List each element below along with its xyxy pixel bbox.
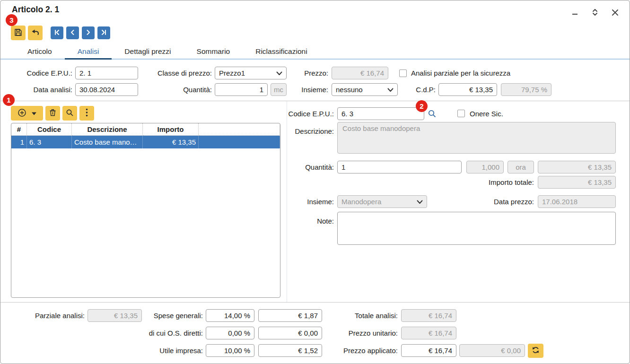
classe-prezzo-value: Prezzo1	[219, 69, 245, 77]
minimize-button[interactable]	[569, 6, 581, 18]
trash-icon	[49, 108, 57, 118]
col-empty	[199, 123, 280, 136]
more-options-button[interactable]	[79, 106, 94, 121]
detail-codice-epu-label: Codice E.P.U.:	[280, 107, 334, 120]
col-importo[interactable]: Importo	[143, 123, 199, 136]
detail-quantita-label: Quantità:	[280, 161, 334, 173]
tab-dettagli-prezzi[interactable]: Dettagli prezzi	[112, 45, 184, 59]
totale-analisi-field: € 16,74	[401, 309, 456, 322]
prezzo-field: € 16,74	[332, 67, 388, 79]
save-icon	[14, 28, 22, 38]
article-window: Articolo 2. 1 3 1 2	[0, 0, 630, 364]
tab-sommario[interactable]: Sommario	[184, 45, 243, 59]
tab-analisi[interactable]: Analisi	[65, 45, 112, 60]
recalculate-button[interactable]	[528, 344, 543, 358]
close-button[interactable]	[609, 6, 621, 18]
data-analisi-input[interactable]	[75, 83, 138, 96]
detail-insieme-value: Manodopera	[341, 198, 381, 206]
search-icon	[66, 109, 74, 118]
step-badge-2: 2	[416, 100, 428, 112]
detail-quantita-input[interactable]	[337, 161, 462, 173]
detail-quantita-norm-field: 1,000	[466, 161, 504, 173]
components-table: # Codice Descrizione Importo 1 6. 3 Cost…	[11, 123, 280, 298]
add-component-button[interactable]	[11, 106, 43, 121]
data-analisi-label: Data analisi:	[10, 83, 72, 96]
window-title: Articolo 2. 1	[12, 5, 59, 15]
first-record-button[interactable]	[51, 26, 63, 39]
totals-bar: Parziale analisi: € 13,35 Spese generali…	[0, 302, 630, 364]
data-prezzo-label: Data prezzo:	[455, 195, 534, 208]
analysis-area: # Codice Descrizione Importo 1 6. 3 Cost…	[0, 101, 630, 302]
prezzo-applicato-label: Prezzo applicato:	[326, 344, 398, 357]
table-header-row: # Codice Descrizione Importo	[11, 123, 280, 136]
last-record-icon	[100, 28, 108, 38]
caret-down-icon	[32, 110, 36, 117]
maximize-restore-button[interactable]	[589, 6, 601, 18]
tab-bar: Articolo Analisi Dettagli prezzi Sommari…	[0, 45, 630, 60]
col-descrizione[interactable]: Descrizione	[72, 123, 143, 136]
search-component-button[interactable]	[62, 106, 77, 121]
utile-impresa-percent-input[interactable]	[206, 344, 254, 357]
lookup-search-icon[interactable]	[428, 109, 437, 120]
prezzo-label: Prezzo:	[298, 67, 328, 79]
totale-analisi-label: Totale analisi:	[326, 309, 398, 322]
utile-impresa-amount-input[interactable]	[258, 344, 322, 357]
window-controls	[569, 6, 621, 18]
detail-codice-epu-input[interactable]	[337, 107, 424, 120]
detail-descrizione-field: Costo base manodopera	[337, 122, 616, 154]
analisi-parziale-checkbox[interactable]	[399, 69, 407, 77]
row-num: 1	[11, 136, 27, 148]
prezzo-applicato-input[interactable]	[401, 344, 456, 357]
first-record-icon	[53, 28, 61, 38]
col-num: #	[11, 123, 27, 136]
chevron-down-icon	[387, 86, 394, 94]
prezzo-unitario-field: € 16,74	[401, 327, 456, 339]
importo-totale-label: Importo totale:	[455, 176, 534, 189]
next-record-icon	[84, 28, 92, 38]
list-toolbar	[11, 106, 96, 121]
insieme-select[interactable]: nessuno	[332, 83, 398, 96]
main-toolbar	[11, 26, 113, 40]
row-codice: 6. 3	[27, 136, 72, 148]
os-diretti-label: di cui O.S. diretti:	[133, 327, 203, 339]
spese-generali-amount-input[interactable]	[258, 309, 322, 322]
classe-prezzo-label: Classe di prezzo:	[149, 67, 212, 79]
utile-impresa-label: Utile impresa:	[133, 344, 203, 357]
insieme-value: nessuno	[336, 86, 363, 94]
save-button[interactable]	[11, 26, 26, 40]
cdp-input[interactable]	[438, 83, 497, 96]
note-field[interactable]	[337, 212, 616, 245]
last-record-button[interactable]	[97, 26, 110, 39]
row-descrizione: Costo base mano…	[72, 136, 143, 148]
unit-mc-button: mc	[271, 83, 287, 96]
os-diretti-percent-input[interactable]	[206, 327, 254, 339]
row-empty	[199, 136, 280, 148]
quantita-input[interactable]	[215, 83, 268, 96]
delete-component-button[interactable]	[45, 106, 60, 121]
previous-record-button[interactable]	[66, 26, 79, 39]
refresh-icon	[532, 346, 540, 355]
tab-articolo[interactable]: Articolo	[15, 45, 65, 59]
detail-descrizione-label: Descrizione:	[280, 125, 334, 138]
next-record-button[interactable]	[82, 26, 95, 39]
undo-button[interactable]	[28, 26, 43, 40]
kebab-menu-icon	[86, 108, 88, 118]
prezzo-unitario-label: Prezzo unitario:	[326, 327, 398, 339]
os-diretti-amount-input[interactable]	[258, 327, 322, 339]
detail-amount-field: € 13,35	[538, 161, 616, 173]
tab-riclassificazioni[interactable]: Riclassificazioni	[243, 45, 320, 59]
quantita-label: Quantità:	[161, 83, 212, 96]
col-codice[interactable]: Codice	[27, 123, 72, 136]
onere-sic-label: Onere Sic.	[470, 107, 517, 120]
data-prezzo-field: 17.06.2018	[538, 195, 616, 208]
codice-epu-input[interactable]	[75, 67, 138, 79]
add-icon	[18, 108, 26, 119]
table-row[interactable]: 1 6. 3 Costo base mano… € 13,35	[11, 136, 280, 148]
chevron-down-icon	[417, 198, 423, 206]
spese-generali-percent-input[interactable]	[206, 309, 254, 322]
onere-sic-checkbox[interactable]	[457, 110, 465, 117]
step-badge-3: 3	[6, 14, 18, 26]
classe-prezzo-select[interactable]: Prezzo1	[215, 67, 287, 79]
row-importo: € 13,35	[143, 136, 199, 148]
codice-epu-label: Codice E.P.U.:	[10, 67, 72, 79]
